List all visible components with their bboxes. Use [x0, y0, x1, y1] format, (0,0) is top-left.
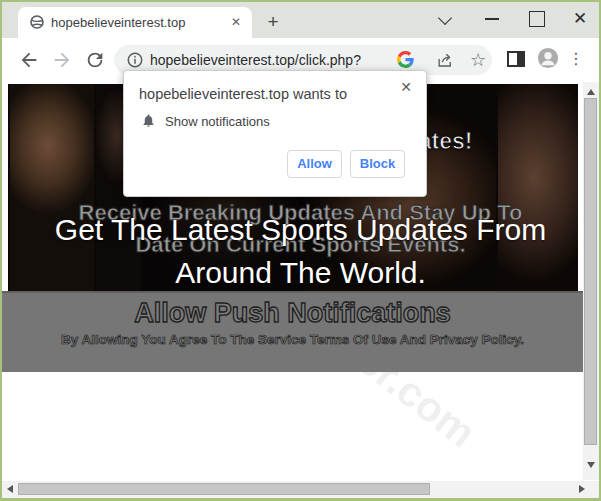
allow-button[interactable]: Allow: [287, 150, 342, 178]
browser-menu-icon[interactable]: ⋮: [568, 46, 584, 72]
profile-avatar[interactable]: [537, 47, 559, 69]
globe-favicon-icon: [29, 14, 45, 30]
bookmark-star-icon[interactable]: ☆: [468, 48, 488, 72]
scroll-down-arrow-icon[interactable]: [587, 462, 595, 468]
share-icon[interactable]: [436, 51, 455, 70]
new-tab-button[interactable]: +: [260, 9, 286, 35]
google-g-icon[interactable]: [397, 51, 414, 68]
reload-button[interactable]: [84, 49, 106, 71]
forward-button[interactable]: [51, 49, 73, 71]
push-bar-subtitle: By Allowing You Agree To The Service Ter…: [2, 332, 583, 347]
horizontal-scrollbar-thumb[interactable]: [18, 483, 430, 495]
dialog-close-icon[interactable]: ✕: [397, 78, 415, 96]
vertical-scrollbar-thumb[interactable]: [584, 98, 597, 445]
back-button[interactable]: [18, 49, 40, 71]
tab-strip: hopebelieveinterest.top ✕ + ✕: [2, 2, 599, 38]
page-headline-line-1: Get The Latest Sports Updates From: [2, 213, 599, 247]
window-chevron-down-icon[interactable]: [429, 2, 463, 36]
browser-tab[interactable]: hopebelieveinterest.top ✕: [18, 7, 252, 38]
push-notification-bar: Allow Push Notifications By Allowing You…: [2, 291, 583, 372]
vertical-scrollbar[interactable]: [583, 82, 599, 480]
window-close-button[interactable]: ✕: [563, 2, 597, 36]
scroll-up-arrow-icon[interactable]: [587, 89, 595, 95]
tab-title: hopebelieveinterest.top: [51, 15, 185, 30]
scroll-left-arrow-icon[interactable]: [7, 485, 13, 493]
bell-icon: [141, 113, 156, 128]
tab-close-icon[interactable]: ✕: [228, 14, 244, 30]
dialog-title: hopebelieveinterest.top wants to: [139, 86, 347, 102]
window-minimize-button[interactable]: [475, 2, 509, 36]
notification-permission-dialog: ✕ hopebelieveinterest.top wants to Show …: [123, 70, 427, 197]
permission-label: Show notifications: [165, 114, 270, 129]
scroll-right-arrow-icon[interactable]: [579, 485, 585, 493]
site-info-icon[interactable]: [126, 51, 144, 69]
block-button[interactable]: Block: [350, 150, 405, 178]
url-text[interactable]: hopebelieveinterest.top/click.php?: [150, 52, 361, 68]
horizontal-scrollbar[interactable]: [2, 481, 599, 498]
side-panel-icon[interactable]: [507, 51, 525, 67]
push-bar-title: Allow Push Notifications: [2, 298, 583, 329]
page-headline-line-2: Around The World.: [2, 256, 599, 290]
window-maximize-button[interactable]: [519, 2, 553, 36]
